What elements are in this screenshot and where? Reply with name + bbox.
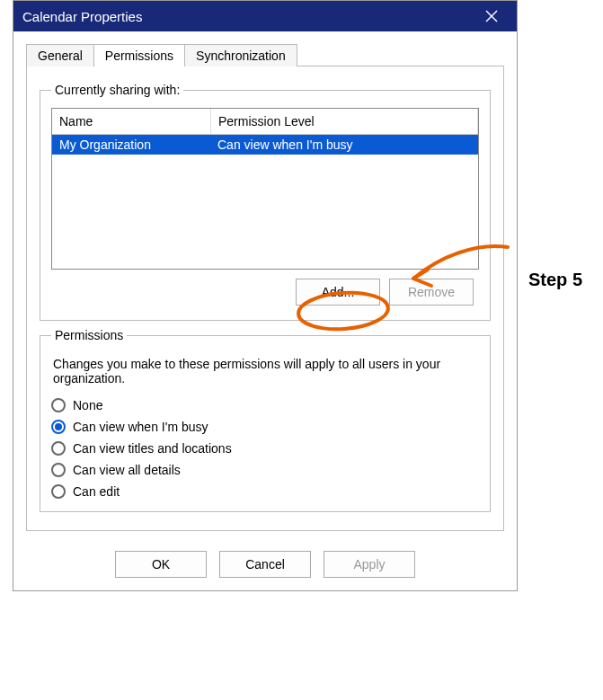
row-name: My Organization xyxy=(52,135,210,155)
annotation-step-label: Step 5 xyxy=(528,270,582,290)
radio-icon xyxy=(51,420,66,434)
radio-titles[interactable]: Can view titles and locations xyxy=(51,441,479,456)
close-button[interactable] xyxy=(474,1,510,31)
radio-icon xyxy=(51,441,66,456)
sharing-legend: Currently sharing with: xyxy=(51,83,183,97)
radio-details[interactable]: Can view all details xyxy=(51,463,479,477)
radio-none[interactable]: None xyxy=(51,398,479,412)
ok-button[interactable]: OK xyxy=(115,551,207,578)
radio-label: Can edit xyxy=(73,484,120,499)
sharing-buttons: Add... Remove xyxy=(51,279,474,306)
sharing-table[interactable]: Name Permission Level My Organization Ca… xyxy=(51,108,479,270)
sharing-fieldset: Currently sharing with: Name Permission … xyxy=(40,83,491,321)
radio-icon xyxy=(51,463,66,477)
permissions-legend: Permissions xyxy=(51,328,127,342)
radio-busy[interactable]: Can view when I'm busy xyxy=(51,420,479,434)
row-permission: Can view when I'm busy xyxy=(210,135,478,155)
radio-label: Can view when I'm busy xyxy=(73,420,208,434)
permissions-fieldset: Permissions Changes you make to these pe… xyxy=(40,328,491,512)
radio-label: None xyxy=(73,398,102,412)
calendar-properties-dialog: Calendar Properties General Permissions … xyxy=(13,0,518,591)
tab-general[interactable]: General xyxy=(26,44,94,66)
tab-permissions[interactable]: Permissions xyxy=(93,44,185,66)
column-name[interactable]: Name xyxy=(52,109,211,134)
column-permission[interactable]: Permission Level xyxy=(211,109,478,134)
sharing-table-header: Name Permission Level xyxy=(52,109,478,135)
tab-synchronization[interactable]: Synchronization xyxy=(184,44,297,66)
titlebar: Calendar Properties xyxy=(13,1,517,31)
permissions-note: Changes you make to these permissions wi… xyxy=(53,357,477,385)
close-icon xyxy=(485,10,498,22)
dialog-footer: OK Cancel Apply xyxy=(13,542,517,590)
cancel-button[interactable]: Cancel xyxy=(219,551,311,578)
radio-icon xyxy=(51,398,66,412)
remove-button[interactable]: Remove xyxy=(389,279,474,306)
tab-panel-permissions: Currently sharing with: Name Permission … xyxy=(26,66,504,531)
dialog-title: Calendar Properties xyxy=(22,9,142,24)
permissions-radio-group: None Can view when I'm busy Can view tit… xyxy=(51,398,479,499)
radio-label: Can view all details xyxy=(73,463,181,477)
radio-edit[interactable]: Can edit xyxy=(51,484,479,499)
table-row[interactable]: My Organization Can view when I'm busy xyxy=(52,135,478,155)
radio-icon xyxy=(51,484,66,499)
radio-label: Can view titles and locations xyxy=(73,441,232,456)
tabs: General Permissions Synchronization xyxy=(26,44,504,66)
add-button[interactable]: Add... xyxy=(296,279,380,306)
apply-button[interactable]: Apply xyxy=(324,551,415,578)
